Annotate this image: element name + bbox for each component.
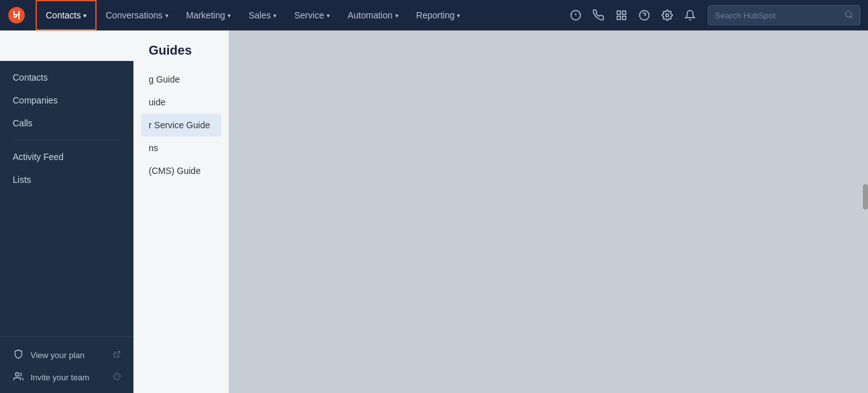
left-panel: Contacts Companies Calls Activity Feed L… [0, 30, 229, 393]
upgrade-icon[interactable] [566, 5, 586, 25]
dropdown-item-calls[interactable]: Calls [0, 112, 133, 135]
top-navigation: Contacts ▾ Conversations ▾ Marketing ▾ S… [0, 0, 868, 30]
overview-demo-action[interactable]: Start overview demo [10, 389, 123, 393]
nav-contacts[interactable]: Contacts ▾ [36, 0, 97, 30]
nav-sales[interactable]: Sales ▾ [240, 0, 285, 30]
guide-item[interactable]: ns [149, 137, 214, 159]
nav-marketing-label: Marketing [186, 10, 225, 20]
guide-item-label: ns [149, 143, 158, 153]
nav-conversations-label: Conversations [105, 10, 163, 20]
svg-point-9 [15, 373, 18, 376]
guide-item[interactable]: (CMS) Guide [149, 159, 214, 182]
invite-team-label: Invite your team [31, 373, 107, 382]
search-icon [844, 10, 853, 21]
people-icon [13, 371, 24, 383]
view-plan-action[interactable]: View your plan [10, 344, 123, 366]
nav-service[interactable]: Service ▾ [285, 0, 339, 30]
search-input[interactable] [715, 11, 844, 20]
guides-title: Guides [149, 43, 214, 58]
external-link-icon [113, 350, 121, 360]
svg-rect-5 [623, 17, 626, 20]
nav-contacts-label: Contacts [46, 10, 81, 20]
svg-rect-2 [617, 11, 620, 14]
chevron-down-icon: ▾ [227, 12, 231, 19]
nav-service-label: Service [294, 10, 324, 20]
topnav-right [566, 5, 860, 25]
chevron-down-icon: ▾ [83, 12, 86, 19]
chevron-down-icon: ▾ [327, 12, 330, 19]
hubspot-logo[interactable] [8, 6, 25, 24]
nav-automation-label: Automation [348, 10, 393, 20]
main-content-area [229, 30, 868, 393]
nav-items: Contacts ▾ Conversations ▾ Marketing ▾ S… [36, 0, 566, 30]
nav-reporting[interactable]: Reporting ▾ [407, 0, 470, 30]
dropdown-bottom: View your plan Invite your team [0, 336, 133, 393]
calls-label: Calls [13, 118, 32, 128]
dropdown-item-lists[interactable]: Lists [0, 168, 133, 191]
dropdown-item-companies[interactable]: Companies [0, 89, 133, 112]
chevron-down-icon: ▾ [273, 12, 276, 19]
invite-team-action[interactable]: Invite your team [10, 366, 123, 389]
marketplace-icon[interactable] [611, 5, 632, 25]
guides-content: Guides g Guide uide r Service Guide ns (… [133, 30, 229, 393]
nav-marketing[interactable]: Marketing ▾ [177, 0, 240, 30]
guide-item[interactable]: g Guide [149, 68, 214, 91]
svg-rect-3 [623, 11, 626, 14]
chevron-down-icon: ▾ [395, 12, 398, 19]
dropdown-menu-items: Contacts Companies Calls Activity Feed L… [0, 61, 133, 191]
guide-item-highlighted[interactable]: r Service Guide [141, 114, 221, 137]
scrollbar[interactable] [863, 184, 868, 210]
dropdown-item-activity-feed[interactable]: Activity Feed [0, 145, 133, 168]
svg-point-7 [666, 14, 669, 17]
info-icon [113, 373, 121, 382]
main-area: Contacts Companies Calls Activity Feed L… [0, 30, 868, 393]
activity-feed-label: Activity Feed [13, 152, 64, 162]
guide-item-label: r Service Guide [149, 120, 210, 130]
chevron-down-icon: ▾ [457, 12, 460, 19]
contacts-label: Contacts [13, 72, 48, 83]
guide-item-label: uide [149, 97, 165, 107]
lists-label: Lists [13, 175, 31, 185]
nav-conversations[interactable]: Conversations ▾ [97, 0, 177, 30]
dropdown-divider [13, 140, 121, 140]
svg-rect-4 [617, 17, 620, 20]
view-plan-label: View your plan [31, 350, 107, 360]
chevron-down-icon: ▾ [165, 12, 168, 19]
contacts-dropdown: Contacts Companies Calls Activity Feed L… [0, 61, 133, 393]
call-icon[interactable] [588, 5, 609, 25]
shield-icon [13, 349, 24, 361]
search-bar[interactable] [708, 5, 860, 25]
guide-item-label: g Guide [149, 74, 180, 84]
dropdown-item-contacts[interactable]: Contacts [0, 66, 133, 89]
notifications-icon[interactable] [680, 5, 700, 25]
svg-point-8 [846, 11, 851, 17]
nav-reporting-label: Reporting [416, 10, 455, 20]
help-icon[interactable] [634, 5, 654, 25]
guide-item-label: (CMS) Guide [149, 166, 201, 176]
companies-label: Companies [13, 95, 58, 105]
nav-automation[interactable]: Automation ▾ [339, 0, 407, 30]
settings-icon[interactable] [657, 5, 677, 25]
nav-sales-label: Sales [248, 10, 271, 20]
guide-item[interactable]: uide [149, 91, 214, 114]
